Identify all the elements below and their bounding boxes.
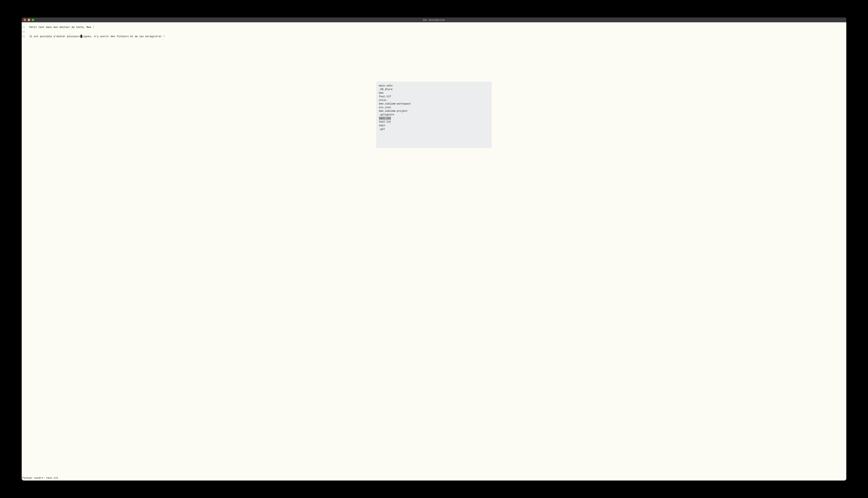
file-picker-row: text.txt xyxy=(379,117,489,120)
file-picker-popup[interactable]: main.odin.DS_Storebeefont.ttfutilsbee.su… xyxy=(376,82,492,148)
file-picker-row: main.odin xyxy=(379,84,489,88)
file-picker-item[interactable]: .gitignore xyxy=(379,113,394,117)
file-picker-row: .DS_Store xyxy=(379,88,489,91)
file-picker-item[interactable]: bee xyxy=(379,91,384,95)
window-title: Bee - Best Editor Ever xyxy=(423,19,445,21)
file-picker-row: font.ttf xyxy=(379,95,489,99)
status-bar: fichier ouvert: test.txt xyxy=(22,476,846,481)
file-picker-item[interactable]: bee.sublime-project xyxy=(379,109,408,113)
file-picker-item[interactable]: odin xyxy=(379,124,385,128)
file-picker-item[interactable]: font.ttf xyxy=(379,95,391,99)
file-picker-row: bee.sublime-workspace xyxy=(379,102,489,106)
file-picker-item[interactable]: .DS_Store xyxy=(379,88,392,91)
editor-lines: 01Petit test dans mon éditeur de texte, … xyxy=(22,25,846,39)
file-picker-item[interactable]: bee.sublime-workspace xyxy=(379,102,411,106)
line-number: 03 xyxy=(22,34,27,39)
file-picker-item[interactable]: text.txt xyxy=(379,117,391,120)
line-content[interactable]: Il est possible d'éditer plusieurslignes… xyxy=(27,34,165,39)
file-picker-row: utils xyxy=(379,99,489,102)
file-picker-item[interactable]: ols.json xyxy=(379,106,391,109)
file-picker-row: odin xyxy=(379,124,489,128)
file-picker-item[interactable]: utils xyxy=(379,99,387,102)
line-number: 02 xyxy=(22,30,27,34)
editor-area[interactable]: 01Petit test dans mon éditeur de texte, … xyxy=(22,22,846,477)
line-content[interactable] xyxy=(27,30,29,34)
file-picker-row: bee xyxy=(379,91,489,95)
file-picker-row: .git xyxy=(379,128,489,131)
text-cursor xyxy=(81,35,82,38)
maximize-window-button[interactable] xyxy=(32,19,34,21)
close-window-button[interactable] xyxy=(24,19,26,21)
file-picker-item[interactable]: main.odin xyxy=(379,84,392,88)
app-window: Bee - Best Editor Ever 01Petit test dans… xyxy=(22,17,846,481)
line-number: 01 xyxy=(22,25,27,30)
file-picker-row: test.txt xyxy=(379,120,489,124)
file-picker-item[interactable]: test.txt xyxy=(379,120,391,124)
file-picker-row: ols.json xyxy=(379,106,489,109)
line-content[interactable]: Petit test dans mon éditeur de texte, Be… xyxy=(27,25,94,30)
status-message: fichier ouvert: test.txt xyxy=(22,477,58,480)
file-picker-row: .gitignore xyxy=(379,113,489,117)
editor-line[interactable]: 03Il est possible d'éditer plusieurslign… xyxy=(22,34,846,39)
file-picker-row: bee.sublime-project xyxy=(379,109,489,113)
titlebar: Bee - Best Editor Ever xyxy=(22,17,846,22)
editor-line[interactable]: 02 xyxy=(22,30,846,34)
editor-line[interactable]: 01Petit test dans mon éditeur de texte, … xyxy=(22,25,846,30)
window-controls xyxy=(22,19,34,21)
file-picker-item[interactable]: .git xyxy=(379,128,385,131)
minimize-window-button[interactable] xyxy=(28,19,30,21)
